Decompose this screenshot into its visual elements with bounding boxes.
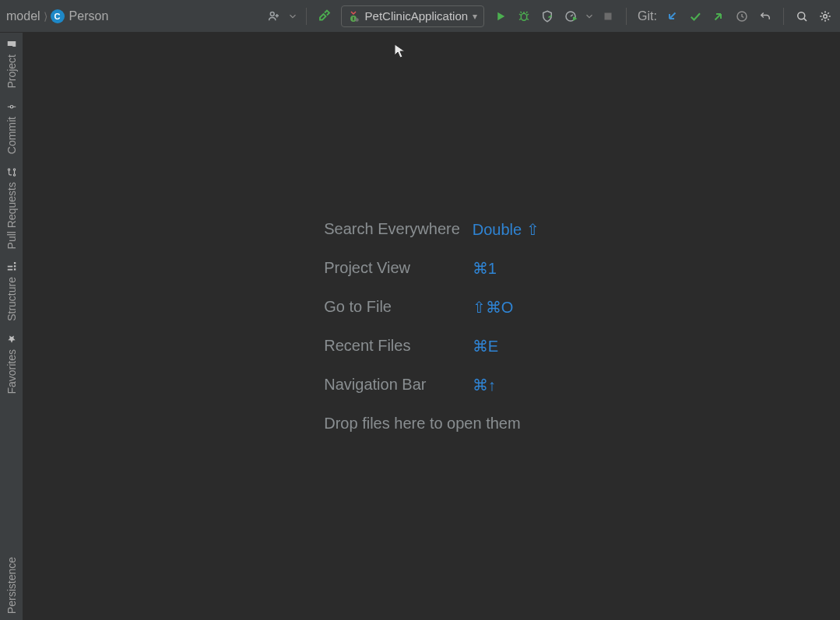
svg-point-0 [270,12,274,16]
star-icon [6,334,17,345]
tool-window-tab-label: Persistence [5,557,18,614]
chevron-down-icon: ▾ [473,11,477,22]
svg-rect-14 [13,265,15,267]
code-with-me-button[interactable] [264,6,284,26]
tool-window-tab-persistence[interactable]: Persistence [5,551,18,620]
breadcrumb-segment[interactable]: model [6,9,40,23]
chevron-right-icon: ⟩ [44,10,47,23]
toolbar-separator [783,8,784,25]
hint-shortcut: ⇧⌘O [473,298,514,317]
svg-rect-17 [7,266,12,268]
main-toolbar: model ⟩ C Person PetClinicApplication [0,0,840,33]
svg-point-3 [521,13,527,20]
hint-shortcut: Double ⇧ [473,220,539,239]
search-everywhere-button[interactable] [792,6,812,26]
commit-icon [6,101,17,112]
left-tool-window-bar: Project Commit Pull Requests Structure F… [0,33,23,620]
tool-window-tab-favorites[interactable]: Favorites [5,328,18,401]
hint-shortcut: ⌘1 [473,259,497,278]
svg-rect-16 [7,269,12,271]
svg-point-11 [13,168,15,170]
class-icon: C [51,9,65,23]
tool-window-tab-commit[interactable]: Commit [5,95,18,160]
tool-window-tab-pull-requests[interactable]: Pull Requests [5,160,18,255]
stop-button[interactable] [598,6,618,26]
run-button[interactable] [490,6,511,26]
editor-empty-state[interactable]: Search Everywhere Double ⇧ Project View … [23,33,840,620]
svg-rect-13 [13,269,15,271]
hint-label: Navigation Bar [324,376,426,394]
breadcrumb-segment[interactable]: Person [69,9,109,23]
editor-hints: Search Everywhere Double ⇧ Project View … [324,220,539,433]
svg-point-8 [824,14,828,18]
tool-window-tab-label: Commit [5,117,18,154]
debug-button[interactable] [514,6,534,26]
hint-label: Project View [324,259,410,278]
dropdown-caret-icon[interactable] [584,6,595,26]
vcs-rollback-button[interactable] [755,6,775,26]
tool-window-tab-label: Favorites [5,349,18,394]
breadcrumb[interactable]: model ⟩ C Person [6,9,108,23]
vcs-commit-button[interactable] [685,6,705,26]
vcs-push-button[interactable] [708,6,729,26]
tool-window-tab-label: Project [5,54,18,89]
run-configuration-selector[interactable]: PetClinicApplication ▾ [341,5,485,27]
svg-rect-5 [605,12,612,19]
folder-icon [6,39,17,50]
spring-boot-icon [346,9,360,23]
hint-shortcut: ⌘E [473,337,498,356]
tool-window-tab-label: Structure [5,277,18,321]
svg-rect-15 [13,262,15,264]
hint-label: Recent Files [324,337,410,356]
svg-point-7 [798,12,805,19]
tool-window-tab-project[interactable]: Project [5,33,18,95]
build-hammer-button[interactable] [315,6,335,26]
vcs-label: Git: [638,9,657,23]
toolbar-separator [306,8,307,25]
svg-point-2 [355,18,359,22]
svg-point-9 [10,105,13,108]
hint-label: Drop files here to open them [324,415,520,433]
hint-label: Go to File [324,298,392,317]
settings-button[interactable] [815,6,835,26]
svg-point-12 [8,168,9,170]
svg-point-10 [13,173,15,175]
hint-label: Search Everywhere [324,220,460,239]
dropdown-caret-icon[interactable] [287,6,298,26]
toolbar-separator [626,8,627,25]
vcs-update-button[interactable] [662,6,682,26]
hint-shortcut: ⌘↑ [473,376,496,394]
profile-button[interactable] [561,6,581,26]
tool-window-tab-structure[interactable]: Structure [5,255,18,328]
structure-icon [6,261,17,272]
pull-request-icon [6,166,17,177]
run-configuration-label: PetClinicApplication [365,9,469,23]
run-with-coverage-button[interactable] [537,6,557,26]
vcs-history-button[interactable] [732,6,752,26]
tool-window-tab-label: Pull Requests [5,182,18,249]
